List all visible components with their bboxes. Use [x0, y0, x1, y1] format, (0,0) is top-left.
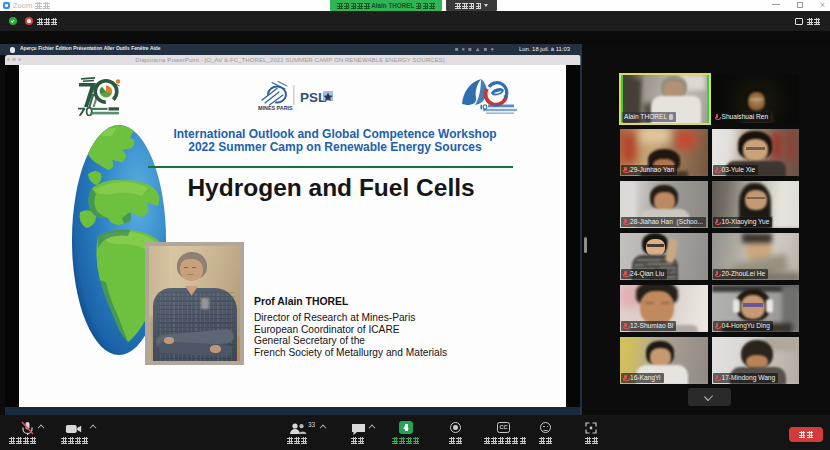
- svg-text:MINES PARIS: MINES PARIS: [258, 105, 293, 111]
- svg-text:PSL: PSL: [300, 90, 326, 105]
